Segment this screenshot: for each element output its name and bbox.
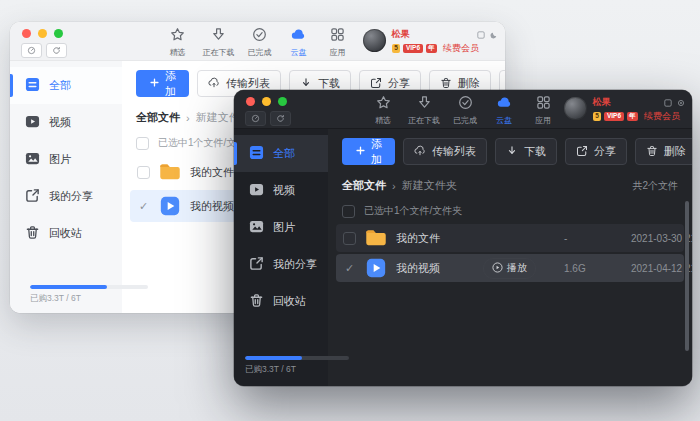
nav-downloading[interactable]: 正在下载 <box>203 27 235 58</box>
nav-apps[interactable]: 应用 <box>324 27 352 58</box>
scrollbar[interactable] <box>685 201 689 351</box>
vip-year-badge: 年 <box>627 112 639 121</box>
sidebar-item-recycle-bin[interactable]: 回收站 <box>10 215 122 252</box>
refresh-icon[interactable] <box>46 43 67 58</box>
nav-completed[interactable]: 已完成 <box>246 27 274 58</box>
delete-button[interactable]: 删除 <box>635 138 692 165</box>
row-checkbox[interactable] <box>137 166 150 179</box>
sidebar-item-my-shares[interactable]: 我的分享 <box>234 246 328 283</box>
file-name: 我的视频 <box>396 261 474 276</box>
cloud-icon <box>291 27 306 44</box>
minimize-button[interactable] <box>262 97 271 106</box>
add-button[interactable]: 添加 <box>136 70 189 97</box>
titlebar: 精选 正在下载 已完成 云盘 应用 松果 <box>234 90 692 129</box>
nav-cloud-drive[interactable]: 云盘 <box>285 27 313 58</box>
avatar[interactable] <box>363 29 386 52</box>
speedometer-icon[interactable] <box>21 43 42 58</box>
nav-downloading[interactable]: 正在下载 <box>408 95 440 126</box>
vip-badges: 5 VIP6 年 续费会员 <box>593 110 680 123</box>
transfer-list-button[interactable]: 传输列表 <box>403 138 487 165</box>
night-mode-icon[interactable] <box>490 25 498 43</box>
file-row-my-files[interactable]: 我的文件 - 2021-03-30 21:32 <box>336 224 684 252</box>
file-row-my-videos[interactable]: 我的视频 播放 1.6G 2021-04-12 21:32 <box>336 254 684 282</box>
quick-actions <box>245 111 291 126</box>
breadcrumb-current[interactable]: 新建文件夹 <box>402 178 457 193</box>
sidebar-item-my-shares[interactable]: 我的分享 <box>10 178 122 215</box>
share-icon <box>370 77 382 91</box>
select-all-checkbox[interactable] <box>342 205 355 218</box>
star-icon <box>376 95 391 112</box>
nav-cloud-drive[interactable]: 云盘 <box>490 95 518 126</box>
sidebar-item-videos[interactable]: 视频 <box>10 104 122 141</box>
close-button[interactable] <box>22 29 31 38</box>
storage-progress-track <box>30 285 148 289</box>
row-checkbox-checked[interactable] <box>343 262 356 275</box>
avatar[interactable] <box>564 97 587 120</box>
file-name: 我的文件 <box>190 165 234 180</box>
storage-progress-fill <box>245 356 302 360</box>
file-date: 2021-04-12 21:32 <box>631 263 692 274</box>
file-name: 我的文件 <box>396 231 474 246</box>
minimize-button[interactable] <box>38 29 47 38</box>
storage-label: 已购3.3T / 6T <box>30 293 148 305</box>
play-circle-icon <box>492 262 503 275</box>
file-size: - <box>564 233 622 244</box>
user-account[interactable]: 松果 5 VIP6 年 续费会员 <box>363 29 479 55</box>
main-nav: 精选 正在下载 已完成 云盘 应用 <box>369 95 557 126</box>
nav-apps[interactable]: 应用 <box>529 95 557 126</box>
select-all-checkbox[interactable] <box>136 137 149 150</box>
renew-membership-link[interactable]: 续费会员 <box>443 42 479 55</box>
sidebar-item-videos[interactable]: 视频 <box>234 172 328 209</box>
download-button[interactable]: 下载 <box>495 138 557 165</box>
storage-label: 已购3.3T / 6T <box>245 364 349 376</box>
theme-icon[interactable] <box>477 25 485 43</box>
sidebar-item-images[interactable]: 图片 <box>234 209 328 246</box>
settings-icon[interactable] <box>677 93 685 111</box>
nav-featured[interactable]: 精选 <box>164 27 192 58</box>
sidebar-item-recycle-bin[interactable]: 回收站 <box>234 283 328 320</box>
storage-progress-track <box>245 356 349 360</box>
zoom-button[interactable] <box>278 97 287 106</box>
nav-completed[interactable]: 已完成 <box>451 95 479 126</box>
front-window: 精选 正在下载 已完成 云盘 应用 松果 <box>234 90 692 386</box>
renew-membership-link[interactable]: 续费会员 <box>644 110 680 123</box>
sidebar-item-all[interactable]: 全部 <box>234 135 328 172</box>
row-checkbox[interactable] <box>343 232 356 245</box>
chevron-right-icon: › <box>392 180 396 192</box>
apps-grid-icon <box>330 27 345 44</box>
trash-icon <box>646 145 658 159</box>
sidebar-item-all[interactable]: 全部 <box>10 67 122 104</box>
row-checkbox-checked[interactable] <box>137 200 150 213</box>
share-icon <box>249 256 264 273</box>
vip-badge: VIP6 <box>604 112 623 121</box>
list-icon <box>249 145 264 162</box>
share-button[interactable]: 分享 <box>565 138 627 165</box>
play-cell: 播放 <box>483 258 555 279</box>
add-button[interactable]: 添加 <box>342 138 395 165</box>
breadcrumb-root[interactable]: 全部文件 <box>342 178 386 193</box>
vip-year-badge: 年 <box>426 44 438 53</box>
theme-icon[interactable] <box>664 93 672 111</box>
zoom-button[interactable] <box>54 29 63 38</box>
folder-icon <box>159 162 181 182</box>
titlebar: 精选 正在下载 已完成 云盘 应用 松果 <box>10 22 505 61</box>
close-button[interactable] <box>246 97 255 106</box>
refresh-icon[interactable] <box>270 111 291 126</box>
speedometer-icon[interactable] <box>245 111 266 126</box>
titlebar-corner-icons <box>477 25 498 43</box>
nav-featured[interactable]: 精选 <box>369 95 397 126</box>
trash-icon <box>249 293 264 310</box>
file-list: 我的文件 - 2021-03-30 21:32 我的视频 播放 <box>328 223 692 284</box>
cloud-icon <box>497 95 512 112</box>
video-icon <box>249 182 264 199</box>
file-count: 共2个文件 <box>632 179 678 193</box>
cloud-transfer-icon <box>414 145 426 159</box>
breadcrumb-root[interactable]: 全部文件 <box>136 110 180 125</box>
quick-actions <box>21 43 67 58</box>
content-panel: 添加 传输列表 下载 分享 删除 <box>328 129 692 386</box>
play-button[interactable]: 播放 <box>483 258 536 279</box>
sidebar-item-images[interactable]: 图片 <box>10 141 122 178</box>
user-account[interactable]: 松果 5 VIP6 年 续费会员 <box>564 97 680 123</box>
trash-icon <box>25 225 40 242</box>
file-name: 我的视频 <box>190 199 234 214</box>
